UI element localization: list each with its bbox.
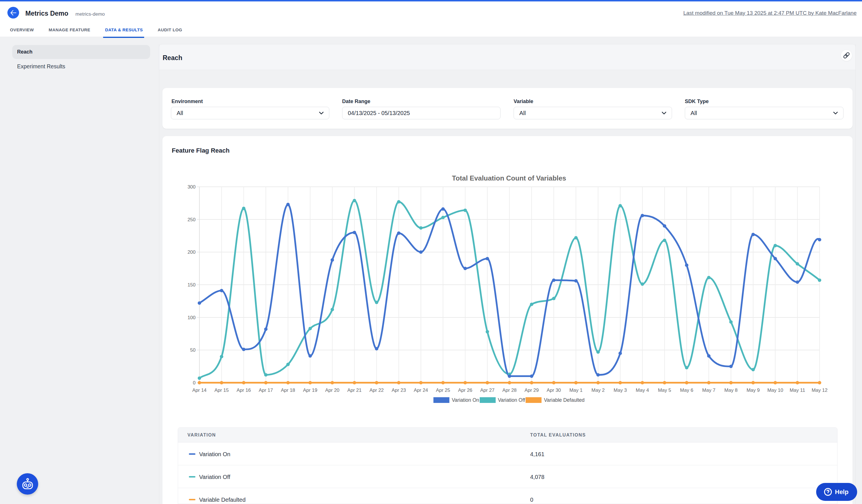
svg-text:150: 150 — [187, 282, 195, 288]
svg-text:Apr 21: Apr 21 — [347, 387, 362, 393]
svg-text:Total Evaluation Count of Vari: Total Evaluation Count of Variables — [452, 174, 566, 182]
svg-text:Variation On: Variation On — [452, 397, 479, 403]
svg-text:Apr 28: Apr 28 — [502, 387, 517, 393]
svg-text:Apr 25: Apr 25 — [436, 387, 450, 393]
svg-text:May 4: May 4 — [636, 387, 649, 393]
svg-text:Apr 26: Apr 26 — [458, 387, 472, 393]
svg-text:May 1: May 1 — [570, 387, 583, 393]
svg-text:May 3: May 3 — [614, 387, 627, 393]
svg-text:Apr 30: Apr 30 — [547, 387, 561, 393]
svg-text:Apr 17: Apr 17 — [259, 387, 273, 393]
svg-text:Apr 29: Apr 29 — [524, 387, 539, 393]
svg-text:100: 100 — [187, 315, 195, 320]
svg-text:May 2: May 2 — [591, 387, 604, 393]
svg-text:May 9: May 9 — [747, 387, 760, 393]
svg-text:200: 200 — [187, 250, 195, 255]
svg-text:50: 50 — [190, 347, 196, 353]
svg-text:Apr 24: Apr 24 — [414, 387, 428, 393]
svg-text:May 7: May 7 — [702, 387, 715, 393]
svg-text:May 10: May 10 — [768, 387, 783, 393]
svg-text:300: 300 — [187, 184, 195, 190]
svg-text:0: 0 — [193, 380, 195, 386]
svg-text:Apr 15: Apr 15 — [214, 387, 229, 393]
svg-text:250: 250 — [187, 217, 195, 222]
svg-text:Apr 16: Apr 16 — [236, 387, 251, 393]
svg-text:Apr 20: Apr 20 — [325, 387, 339, 393]
svg-text:Apr 18: Apr 18 — [281, 387, 295, 393]
svg-text:May 12: May 12 — [812, 387, 827, 393]
svg-text:Variable Defaulted: Variable Defaulted — [544, 397, 585, 403]
svg-text:Apr 23: Apr 23 — [392, 387, 406, 393]
svg-text:Apr 27: Apr 27 — [480, 387, 495, 393]
svg-text:Variation Off: Variation Off — [498, 397, 525, 403]
svg-text:May 6: May 6 — [680, 387, 693, 393]
svg-text:Apr 14: Apr 14 — [192, 387, 207, 393]
svg-text:Apr 22: Apr 22 — [369, 387, 384, 393]
svg-text:May 8: May 8 — [724, 387, 737, 393]
svg-text:Apr 19: Apr 19 — [303, 387, 317, 393]
svg-text:May 11: May 11 — [789, 387, 805, 393]
svg-text:May 5: May 5 — [658, 387, 671, 393]
